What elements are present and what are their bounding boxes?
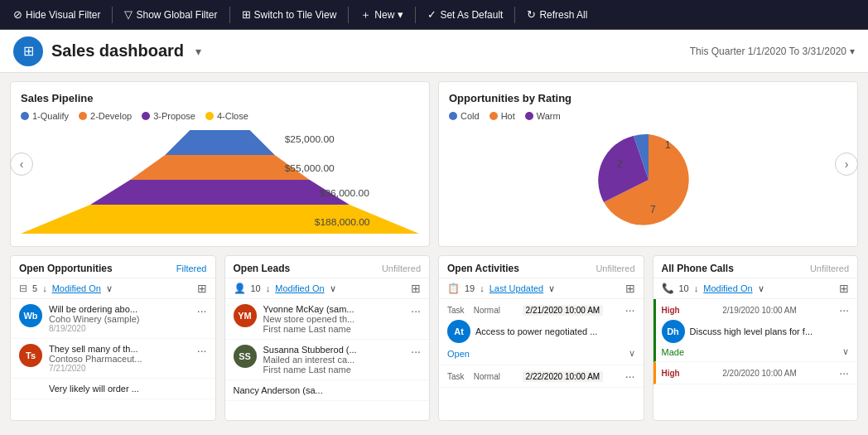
lead-item-3: Nancy Anderson (sa... bbox=[225, 380, 430, 401]
title-chevron-icon[interactable]: ▾ bbox=[195, 45, 201, 58]
phone-more-2[interactable]: ··· bbox=[839, 366, 849, 379]
open-leads-title: Open Leads bbox=[234, 263, 291, 274]
legend-qualify: 1-Qualify bbox=[21, 111, 69, 121]
lead-item-1: YM Yvonne McKay (sam... New store opened… bbox=[225, 299, 430, 340]
lead-company-2: Mailed an interest ca... bbox=[263, 355, 405, 365]
phone-settings-icon[interactable]: ⊞ bbox=[839, 282, 849, 295]
leads-settings-icon[interactable]: ⊞ bbox=[411, 282, 421, 295]
opp-date-2: 7/21/2020 bbox=[49, 364, 190, 373]
phone-sort-chevron: ∨ bbox=[758, 283, 764, 294]
lead-more-1[interactable]: ··· bbox=[411, 304, 421, 317]
activity-top-1: Task Normal 2/21/2020 10:00 AM ··· bbox=[447, 303, 635, 317]
switch-tile-view-button[interactable]: ⊞ Switch to Tile View bbox=[235, 5, 344, 24]
opp-more-1[interactable]: ··· bbox=[197, 304, 207, 317]
new-chevron-icon: ▾ bbox=[398, 8, 403, 21]
tile-view-icon: ⊞ bbox=[242, 8, 251, 21]
activity-more-1[interactable]: ··· bbox=[625, 303, 635, 317]
opp-more-2[interactable]: ··· bbox=[197, 344, 207, 357]
opp-sort-chevron: ∨ bbox=[106, 283, 113, 294]
header-left: ⊞ Sales dashboard ▾ bbox=[13, 36, 201, 66]
date-range-selector[interactable]: This Quarter 1/1/2020 To 3/31/2020 ▾ bbox=[690, 46, 855, 57]
global-filter-icon: ▽ bbox=[124, 8, 133, 21]
phone-title-1[interactable]: Discuss high level plans for f... bbox=[690, 326, 813, 336]
toolbar-separator-4 bbox=[415, 7, 416, 23]
open-opportunities-filter: Filtered bbox=[176, 263, 207, 273]
new-button[interactable]: ＋ New ▾ bbox=[354, 4, 410, 26]
funnel-develop bbox=[130, 155, 309, 180]
activities-sort-field[interactable]: Last Updated bbox=[489, 283, 543, 293]
nav-right-arrow[interactable]: › bbox=[835, 152, 858, 176]
hot-label: Hot bbox=[501, 111, 515, 121]
opp-item-1: Wb Will be ordering abo... Coho Winery (… bbox=[11, 299, 215, 339]
opp-settings-icon[interactable]: ⊞ bbox=[197, 282, 207, 295]
phone-calls-header: All Phone Calls Unfiltered bbox=[653, 256, 858, 278]
phone-calls-filter: Unfiltered bbox=[810, 263, 849, 273]
date-range-chevron-icon: ▾ bbox=[850, 46, 855, 57]
all-phone-calls-card: All Phone Calls Unfiltered 📞 10 ↓ Modifi… bbox=[653, 255, 859, 421]
lead-title-3[interactable]: Nancy Anderson (sa... bbox=[234, 385, 422, 395]
phone-more-1[interactable]: ··· bbox=[839, 303, 849, 317]
opp-content-3: Very likely will order ... bbox=[19, 384, 207, 394]
propose-label: 3-Propose bbox=[153, 111, 195, 121]
opp-title-3[interactable]: Very likely will order ... bbox=[49, 384, 207, 394]
filter-icon: ⊘ bbox=[13, 8, 22, 21]
lead-title-1[interactable]: Yvonne McKay (sam... bbox=[263, 304, 405, 314]
hide-visual-filter-button[interactable]: ⊘ Hide Visual Filter bbox=[7, 5, 107, 24]
page-title: Sales dashboard bbox=[51, 41, 184, 60]
label-188k: $188,000.00 bbox=[315, 218, 370, 227]
legend-cold: Cold bbox=[449, 111, 480, 121]
opportunities-rating-title: Opportunities by Rating bbox=[449, 92, 847, 104]
activity-datetime-2: 2/22/2020 10:00 AM bbox=[523, 371, 604, 382]
leads-sort-field[interactable]: Modified On bbox=[275, 283, 324, 293]
show-global-filter-button[interactable]: ▽ Show Global Filter bbox=[118, 5, 224, 24]
funnel-container: $25,000.00 $55,000.00 $36,000.00 $188,00… bbox=[21, 126, 419, 234]
phone-sort-field[interactable]: Modified On bbox=[703, 283, 752, 293]
pie-label-2: 2 bbox=[617, 158, 623, 170]
opp-sort-field[interactable]: Modified On bbox=[52, 283, 101, 293]
opp-sort-arrow: ↓ bbox=[42, 283, 47, 293]
phone-datetime-2: 2/20/2020 10:00 AM bbox=[722, 369, 797, 378]
legend-warm: Warm bbox=[525, 111, 561, 121]
toolbar-separator-2 bbox=[229, 7, 230, 23]
activities-settings-icon[interactable]: ⊞ bbox=[625, 282, 635, 295]
opp-title-1[interactable]: Will be ordering abo... bbox=[49, 304, 190, 314]
phone-priority-2: High bbox=[662, 369, 680, 378]
lead-title-2[interactable]: Susanna Stubberod (... bbox=[263, 345, 405, 355]
opp-date-1: 8/19/2020 bbox=[49, 324, 190, 333]
page-header: ⊞ Sales dashboard ▾ This Quarter 1/1/202… bbox=[0, 30, 868, 73]
lead-avatar-1: YM bbox=[234, 304, 257, 327]
open-activities-title: Open Activities bbox=[447, 263, 519, 274]
lead-sub-2: First name Last name bbox=[263, 365, 405, 375]
open-leads-filter: Unfiltered bbox=[382, 263, 421, 273]
warm-label: Warm bbox=[537, 111, 561, 121]
funnel-qualify bbox=[165, 130, 274, 155]
phone-priority-1: High bbox=[662, 306, 680, 315]
phone-sort-arrow: ↓ bbox=[694, 283, 699, 293]
opp-title-2[interactable]: They sell many of th... bbox=[49, 344, 190, 354]
activity-item-1: Task Normal 2/21/2020 10:00 AM ··· At Ac… bbox=[439, 299, 644, 365]
phone-icon: 📞 bbox=[662, 283, 674, 294]
toolbar-separator-3 bbox=[348, 7, 349, 23]
opp-count: 5 bbox=[32, 283, 37, 293]
set-as-default-button[interactable]: ✓ Set As Default bbox=[421, 5, 509, 24]
lead-item-2: SS Susanna Stubberod (... Mailed an inte… bbox=[225, 340, 430, 380]
opp-company-2: Contoso Pharmaceut... bbox=[49, 354, 190, 364]
open-leads-card: Open Leads Unfiltered 👤 10 ↓ Modified On… bbox=[224, 255, 431, 421]
activity-title-1[interactable]: Access to power negotiated ... bbox=[475, 326, 597, 336]
activity-avatar-1: At bbox=[447, 320, 470, 343]
sales-pipeline-card: Sales Pipeline 1-Qualify 2-Develop 3-Pro… bbox=[10, 81, 430, 247]
activity-more-2[interactable]: ··· bbox=[625, 370, 635, 383]
lead-content-3: Nancy Anderson (sa... bbox=[234, 385, 422, 395]
lead-more-2[interactable]: ··· bbox=[411, 345, 421, 358]
open-opportunities-items: Wb Will be ordering abo... Coho Winery (… bbox=[11, 299, 215, 420]
date-range-text: This Quarter 1/1/2020 To 3/31/2020 bbox=[690, 46, 846, 57]
open-activities-controls: 📋 19 ↓ Last Updated ∨ ⊞ bbox=[439, 278, 644, 299]
opp-avatar-1: Wb bbox=[19, 304, 42, 327]
funnel-propose bbox=[90, 180, 350, 205]
open-opportunities-title: Open Opportunities bbox=[19, 263, 113, 274]
refresh-all-button[interactable]: ↻ Refresh All bbox=[520, 5, 594, 24]
phone-status-chevron: ∨ bbox=[842, 346, 849, 357]
open-activities-filter: Unfiltered bbox=[596, 263, 634, 273]
opp-avatar-2: Ts bbox=[19, 344, 42, 367]
nav-left-arrow[interactable]: ‹ bbox=[10, 152, 33, 176]
